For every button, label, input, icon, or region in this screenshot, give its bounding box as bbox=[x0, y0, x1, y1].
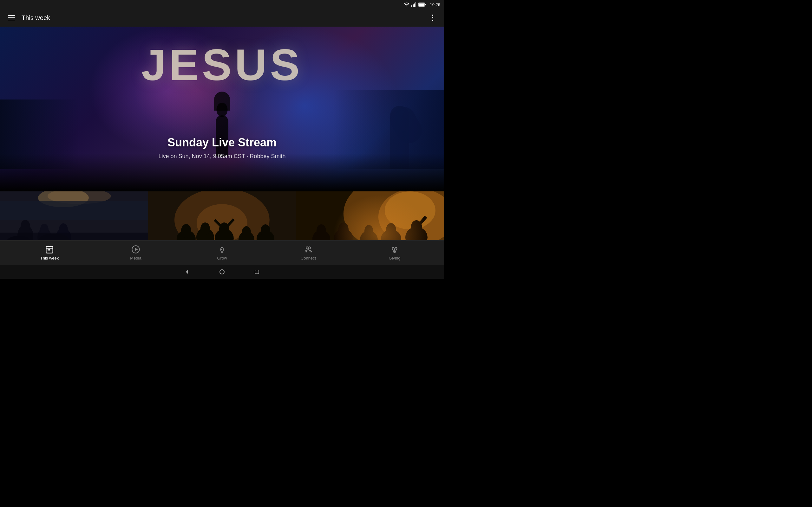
bottom-navigation: This week Media Grow bbox=[0, 240, 444, 265]
nav-label-grow: Grow bbox=[217, 256, 227, 261]
thumbnail-center[interactable] bbox=[148, 191, 296, 248]
nav-label-connect: Connect bbox=[301, 256, 316, 261]
svg-rect-6 bbox=[419, 3, 424, 6]
hero-subtitle: Live on Sun, Nov 14, 9:05am CST · Robbey… bbox=[0, 153, 444, 160]
svg-point-61 bbox=[308, 247, 310, 249]
nav-item-connect[interactable]: Connect bbox=[296, 245, 321, 261]
svg-rect-1 bbox=[413, 4, 414, 7]
app-bar: This week bbox=[0, 9, 444, 26]
svg-rect-3 bbox=[415, 2, 416, 7]
status-icons: 10:26 bbox=[404, 2, 440, 7]
svg-rect-0 bbox=[411, 5, 412, 7]
system-navigation-bar bbox=[0, 265, 444, 279]
svg-marker-59 bbox=[135, 248, 138, 250]
status-bar: 10:26 bbox=[0, 0, 444, 9]
svg-rect-65 bbox=[255, 270, 259, 274]
wifi-icon bbox=[404, 2, 409, 7]
hero-title: Sunday Live Stream bbox=[0, 136, 444, 149]
more-options-button[interactable] bbox=[426, 11, 439, 24]
nav-label-this-week: This week bbox=[40, 256, 59, 261]
svg-rect-5 bbox=[425, 4, 426, 5]
nav-label-media: Media bbox=[130, 256, 141, 261]
svg-point-12 bbox=[20, 220, 30, 233]
nav-item-grow[interactable]: Grow bbox=[209, 245, 235, 261]
hero-content: Sunday Live Stream Live on Sun, Nov 14, … bbox=[0, 136, 444, 160]
svg-rect-57 bbox=[49, 249, 50, 250]
status-time: 10:26 bbox=[430, 2, 440, 7]
cell-signal-icon bbox=[411, 2, 416, 7]
home-button[interactable] bbox=[217, 267, 227, 277]
svg-point-24 bbox=[181, 224, 191, 238]
hamburger-icon bbox=[8, 15, 15, 16]
svg-point-64 bbox=[220, 270, 224, 274]
nav-item-this-week[interactable]: This week bbox=[37, 245, 62, 261]
svg-point-34 bbox=[261, 224, 270, 237]
thumbnail-strip bbox=[0, 191, 444, 248]
svg-marker-63 bbox=[186, 270, 188, 274]
hamburger-icon bbox=[8, 17, 15, 18]
play-circle-icon bbox=[131, 245, 140, 254]
svg-rect-2 bbox=[414, 3, 415, 7]
nav-item-media[interactable]: Media bbox=[123, 245, 148, 261]
hero-section[interactable]: JESUS Sunday Live Stream Live on Sun, No… bbox=[0, 26, 444, 191]
recents-button[interactable] bbox=[252, 267, 262, 277]
svg-point-32 bbox=[242, 226, 251, 238]
back-button[interactable] bbox=[183, 267, 192, 277]
nav-item-giving[interactable]: Giving bbox=[382, 245, 407, 261]
hamburger-button[interactable] bbox=[5, 11, 18, 24]
thumbnail-left[interactable] bbox=[0, 191, 148, 248]
people-icon bbox=[304, 245, 313, 254]
svg-point-41 bbox=[316, 224, 326, 237]
nav-label-giving: Giving bbox=[389, 256, 401, 261]
svg-point-26 bbox=[200, 222, 210, 235]
page-title: This week bbox=[21, 14, 426, 21]
thumbnail-right[interactable] bbox=[296, 191, 444, 248]
giving-icon bbox=[390, 245, 399, 254]
calendar-icon bbox=[45, 245, 54, 254]
grow-icon bbox=[217, 245, 226, 254]
hamburger-icon bbox=[8, 20, 15, 20]
svg-rect-56 bbox=[48, 249, 49, 250]
svg-rect-10 bbox=[0, 201, 148, 220]
battery-icon bbox=[418, 3, 426, 7]
